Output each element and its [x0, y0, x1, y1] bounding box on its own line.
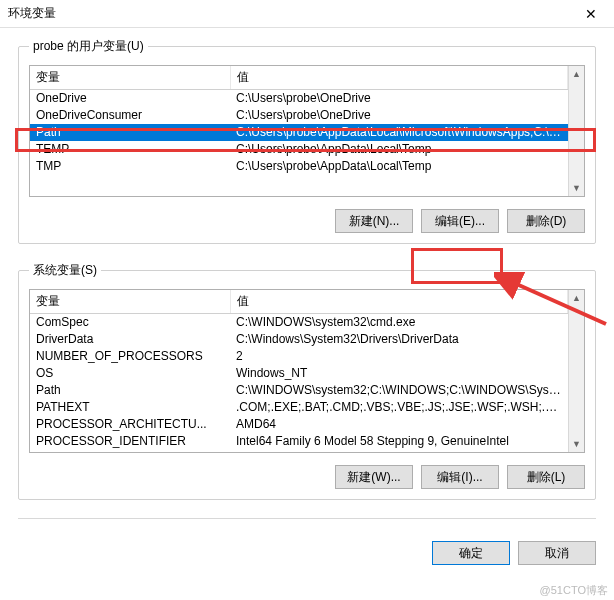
user-vars-table-wrap: 变量 值 OneDriveC:\Users\probe\OneDriveOneD… — [29, 65, 585, 197]
cell-val: Intel64 Family 6 Model 58 Stepping 9, Ge… — [230, 433, 568, 450]
sys-vars-buttons: 新建(W)... 编辑(I)... 删除(L) — [29, 465, 585, 489]
cell-var: OS — [30, 365, 230, 382]
scroll-up-icon[interactable]: ▲ — [569, 66, 584, 82]
sys-vars-legend: 系统变量(S) — [29, 262, 101, 279]
col-header-val[interactable]: 值 — [230, 66, 568, 90]
cell-var: DriverData — [30, 331, 230, 348]
user-vars-table[interactable]: 变量 值 OneDriveC:\Users\probe\OneDriveOneD… — [30, 66, 568, 175]
cell-var: PROCESSOR_ARCHITECTU... — [30, 416, 230, 433]
table-row[interactable]: TEMPC:\Users\probe\AppData\Local\Temp — [30, 141, 568, 158]
table-row[interactable]: OneDriveConsumerC:\Users\probe\OneDrive — [30, 107, 568, 124]
titlebar: 环境变量 ✕ — [0, 0, 614, 28]
cell-val: 2 — [230, 348, 568, 365]
table-row[interactable]: OSWindows_NT — [30, 365, 568, 382]
table-row[interactable]: OneDriveC:\Users\probe\OneDrive — [30, 90, 568, 107]
scrollbar[interactable]: ▲ ▼ — [568, 66, 584, 196]
user-vars-legend: probe 的用户变量(U) — [29, 38, 148, 55]
cell-val: C:\Users\probe\AppData\Local\Temp — [230, 158, 568, 175]
sys-delete-button[interactable]: 删除(L) — [507, 465, 585, 489]
cell-val: C:\Users\probe\AppData\Local\Microsoft\W… — [230, 124, 568, 141]
cell-val: C:\Users\probe\OneDrive — [230, 107, 568, 124]
cell-val: .COM;.EXE;.BAT;.CMD;.VBS;.VBE;.JS;.JSE;.… — [230, 399, 568, 416]
scrollbar[interactable]: ▲ ▼ — [568, 290, 584, 452]
col-header-var[interactable]: 变量 — [30, 290, 230, 314]
table-row[interactable]: DriverDataC:\Windows\System32\Drivers\Dr… — [30, 331, 568, 348]
user-vars-group: probe 的用户变量(U) 变量 值 OneDriveC:\Users\pro… — [18, 38, 596, 244]
cell-var: NUMBER_OF_PROCESSORS — [30, 348, 230, 365]
table-row[interactable]: PROCESSOR_IDENTIFIERIntel64 Family 6 Mod… — [30, 433, 568, 450]
cell-val: C:\Windows\System32\Drivers\DriverData — [230, 331, 568, 348]
cell-val: C:\Users\probe\AppData\Local\Temp — [230, 141, 568, 158]
table-row[interactable]: PATHEXT.COM;.EXE;.BAT;.CMD;.VBS;.VBE;.JS… — [30, 399, 568, 416]
table-row[interactable]: PathC:\Users\probe\AppData\Local\Microso… — [30, 124, 568, 141]
table-row[interactable]: ComSpecC:\WINDOWS\system32\cmd.exe — [30, 314, 568, 331]
user-new-button[interactable]: 新建(N)... — [335, 209, 413, 233]
cell-var: OneDriveConsumer — [30, 107, 230, 124]
scroll-up-icon[interactable]: ▲ — [569, 290, 584, 306]
user-delete-button[interactable]: 删除(D) — [507, 209, 585, 233]
separator — [18, 518, 596, 519]
table-row[interactable]: PathC:\WINDOWS\system32;C:\WINDOWS;C:\WI… — [30, 382, 568, 399]
sys-vars-group: 系统变量(S) 变量 值 ComSpecC:\WINDOWS\system32\… — [18, 262, 596, 500]
cell-var: OneDrive — [30, 90, 230, 107]
sys-edit-button[interactable]: 编辑(I)... — [421, 465, 499, 489]
sys-new-button[interactable]: 新建(W)... — [335, 465, 413, 489]
sys-vars-table[interactable]: 变量 值 ComSpecC:\WINDOWS\system32\cmd.exeD… — [30, 290, 568, 450]
user-edit-button[interactable]: 编辑(E)... — [421, 209, 499, 233]
user-vars-buttons: 新建(N)... 编辑(E)... 删除(D) — [29, 209, 585, 233]
table-row[interactable]: TMPC:\Users\probe\AppData\Local\Temp — [30, 158, 568, 175]
cell-val: C:\WINDOWS\system32\cmd.exe — [230, 314, 568, 331]
table-row[interactable]: PROCESSOR_ARCHITECTU...AMD64 — [30, 416, 568, 433]
cell-var: Path — [30, 124, 230, 141]
cell-val: C:\Users\probe\OneDrive — [230, 90, 568, 107]
cell-val: C:\WINDOWS\system32;C:\WINDOWS;C:\WINDOW… — [230, 382, 568, 399]
col-header-var[interactable]: 变量 — [30, 66, 230, 90]
dialog-content: probe 的用户变量(U) 变量 值 OneDriveC:\Users\pro… — [0, 28, 614, 541]
cell-var: TMP — [30, 158, 230, 175]
sys-vars-table-wrap: 变量 值 ComSpecC:\WINDOWS\system32\cmd.exeD… — [29, 289, 585, 453]
cell-val: AMD64 — [230, 416, 568, 433]
dialog-buttons: 确定 取消 — [0, 541, 614, 577]
cell-var: TEMP — [30, 141, 230, 158]
watermark: @51CTO博客 — [540, 583, 608, 598]
close-icon[interactable]: ✕ — [576, 4, 606, 24]
cell-var: ComSpec — [30, 314, 230, 331]
scroll-down-icon[interactable]: ▼ — [569, 180, 584, 196]
cell-var: Path — [30, 382, 230, 399]
scroll-down-icon[interactable]: ▼ — [569, 436, 584, 452]
cell-val: Windows_NT — [230, 365, 568, 382]
table-row[interactable]: NUMBER_OF_PROCESSORS2 — [30, 348, 568, 365]
cell-var: PROCESSOR_IDENTIFIER — [30, 433, 230, 450]
col-header-val[interactable]: 值 — [230, 290, 568, 314]
ok-button[interactable]: 确定 — [432, 541, 510, 565]
window-title: 环境变量 — [8, 5, 56, 22]
cell-var: PATHEXT — [30, 399, 230, 416]
cancel-button[interactable]: 取消 — [518, 541, 596, 565]
